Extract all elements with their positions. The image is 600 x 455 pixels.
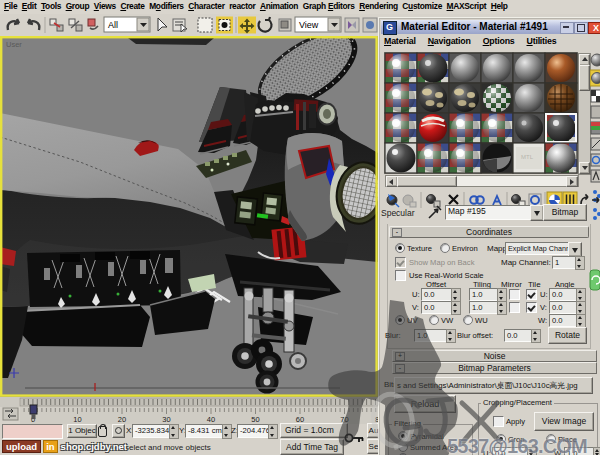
svg-text:User: User <box>6 40 22 49</box>
svg-text:10: 10 <box>73 415 81 424</box>
svg-text:20: 20 <box>118 415 126 424</box>
svg-text:All: All <box>108 20 118 30</box>
svg-text:MTL: MTL <box>521 154 534 160</box>
svg-text:View: View <box>299 20 319 30</box>
